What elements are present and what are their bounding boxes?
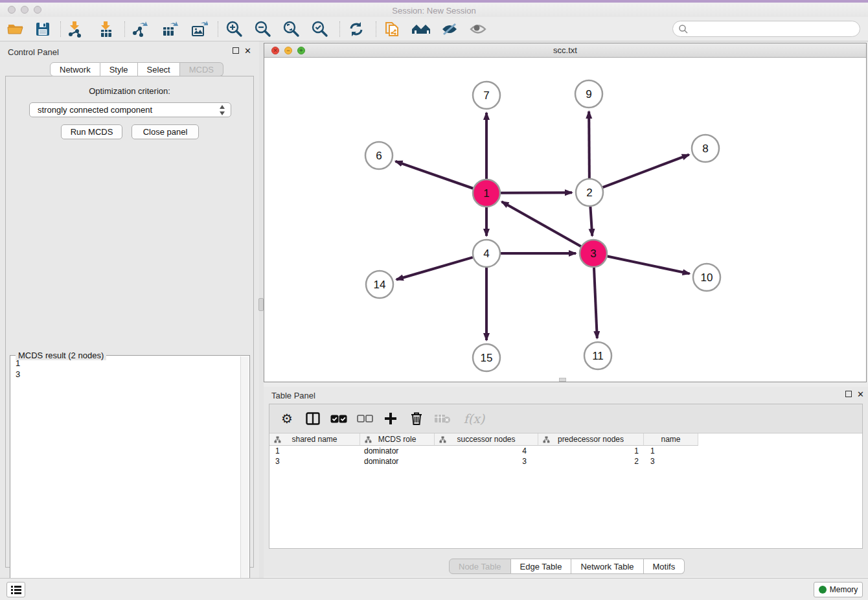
node-table-container: ⚙ f(x) s (269, 404, 863, 549)
select-all-columns-icon[interactable] (330, 410, 347, 427)
new-network-from-selection-icon[interactable] (383, 20, 402, 38)
refresh-icon[interactable] (347, 20, 365, 38)
export-table-icon[interactable] (161, 20, 179, 38)
float-panel-icon[interactable] (233, 46, 239, 56)
svg-text:7: 7 (483, 89, 489, 102)
close-panel-icon[interactable]: ✕ (244, 46, 251, 56)
column-header-mcds-role[interactable]: MCDS role (360, 433, 435, 446)
toolbar-separator (124, 21, 125, 37)
tab-edge-table[interactable]: Edge Table (511, 559, 572, 574)
graph-node-14[interactable]: 14 (366, 271, 393, 298)
control-panel-title: Control Panel (8, 47, 59, 57)
tab-mcds[interactable]: MCDS (180, 62, 223, 76)
network-window-title: scc.txt (264, 45, 866, 55)
table-header-row: shared name MCDS role successor nodes pr… (269, 433, 862, 446)
zoom-out-icon[interactable] (254, 20, 272, 38)
graph-node-6[interactable]: 6 (365, 142, 393, 169)
tab-style[interactable]: Style (100, 62, 138, 76)
memory-status-icon (819, 586, 827, 594)
graph-node-11[interactable]: 11 (584, 342, 611, 369)
optimization-criterion-select[interactable]: strongly connected component (29, 102, 231, 117)
run-mcds-button[interactable]: Run MCDS (61, 124, 122, 139)
add-column-icon[interactable] (382, 410, 399, 427)
export-network-icon[interactable] (131, 20, 149, 38)
show-all-icon[interactable] (469, 20, 487, 38)
export-image-icon[interactable] (190, 20, 209, 38)
list-icon (10, 584, 22, 595)
graph-node-4[interactable]: 4 (473, 240, 500, 267)
table-row[interactable]: 3 dominator 3 2 3 (269, 456, 862, 467)
column-header-successor-nodes[interactable]: successor nodes (435, 433, 538, 446)
app-title: Session: New Session (0, 5, 868, 17)
mcds-result-box: MCDS result (2 nodes) 1 3 (10, 355, 250, 600)
zoom-selected-icon[interactable] (311, 20, 329, 38)
close-panel-button[interactable]: Close panel (131, 124, 199, 139)
node-table: shared name MCDS role successor nodes pr… (269, 433, 862, 548)
toolbar-separator (376, 21, 376, 37)
graph-node-9[interactable]: 9 (575, 80, 602, 108)
close-table-panel-icon[interactable]: ✕ (857, 389, 864, 399)
column-type-icon (365, 436, 372, 443)
svg-text:9: 9 (586, 88, 591, 100)
graph-node-7[interactable]: 7 (473, 82, 500, 109)
tab-select[interactable]: Select (138, 62, 180, 76)
column-header-predecessor-nodes[interactable]: predecessor nodes (538, 433, 644, 446)
toggle-panes-icon[interactable] (304, 410, 321, 427)
main-toolbar (0, 17, 868, 41)
zoom-in-icon[interactable] (225, 20, 244, 38)
svg-text:14: 14 (374, 279, 386, 291)
deselect-all-columns-icon[interactable] (356, 410, 373, 427)
optimization-criterion-value: strongly connected component (38, 105, 152, 115)
horizontal-splitter-handle[interactable] (559, 378, 566, 382)
toolbar-separator (339, 21, 340, 37)
mcds-result-scrollbar[interactable] (240, 356, 249, 599)
delete-column-icon[interactable] (408, 410, 425, 427)
column-header-shared-name[interactable]: shared name (269, 433, 360, 446)
tab-motifs[interactable]: Motifs (644, 559, 685, 574)
svg-text:10: 10 (701, 271, 713, 284)
zoom-fit-icon[interactable] (282, 20, 301, 38)
tab-network-table[interactable]: Network Table (571, 559, 643, 574)
import-table-icon[interactable] (97, 20, 115, 38)
float-table-panel-icon[interactable] (845, 389, 852, 399)
toolbar-separator (60, 21, 61, 37)
table-panel-title: Table Panel (271, 391, 315, 400)
table-settings-icon[interactable]: ⚙ (279, 410, 295, 427)
graph-node-15[interactable]: 15 (473, 344, 500, 371)
graph-node-3[interactable]: 3 (580, 240, 607, 267)
network-graph[interactable]: 7968124314101511 (264, 58, 866, 382)
task-history-button[interactable] (6, 582, 25, 597)
open-session-icon[interactable] (6, 20, 25, 38)
status-bar: Memory (0, 578, 868, 600)
control-panel: Control Panel ✕ Network Style Select MCD… (0, 41, 259, 578)
cell-shared-name: 1 (269, 446, 360, 456)
first-neighbors-icon[interactable] (411, 20, 433, 38)
memory-button[interactable]: Memory (814, 582, 863, 597)
column-label: successor nodes (457, 435, 515, 444)
column-type-icon (543, 436, 550, 443)
cell-successor-nodes: 4 (435, 446, 538, 456)
table-row[interactable]: 1 dominator 4 1 1 (269, 446, 862, 456)
column-label: MCDS role (378, 435, 417, 444)
graph-node-2[interactable]: 2 (576, 179, 603, 206)
import-network-icon[interactable] (66, 20, 84, 38)
graph-node-8[interactable]: 8 (692, 135, 719, 162)
graph-node-10[interactable]: 10 (693, 264, 720, 291)
column-header-name[interactable]: name (644, 433, 698, 446)
app-titlebar: Session: New Session (0, 3, 868, 17)
cell-successor-nodes: 3 (435, 456, 538, 467)
search-input[interactable] (689, 24, 851, 34)
save-session-icon[interactable] (34, 20, 52, 38)
toolbar-separator (218, 21, 218, 37)
vertical-splitter-handle[interactable] (258, 298, 264, 311)
graph-node-1[interactable]: 1 (473, 179, 500, 207)
svg-text:1: 1 (483, 187, 489, 200)
hide-selected-icon[interactable] (440, 20, 459, 38)
svg-text:2: 2 (586, 187, 592, 199)
network-window-titlebar: ✕ − + scc.txt (264, 43, 866, 58)
tab-node-table[interactable]: Node Table (449, 559, 511, 574)
search-field[interactable] (672, 21, 860, 37)
search-icon (678, 24, 689, 34)
tab-network[interactable]: Network (50, 62, 100, 76)
cell-name: 1 (644, 446, 698, 456)
